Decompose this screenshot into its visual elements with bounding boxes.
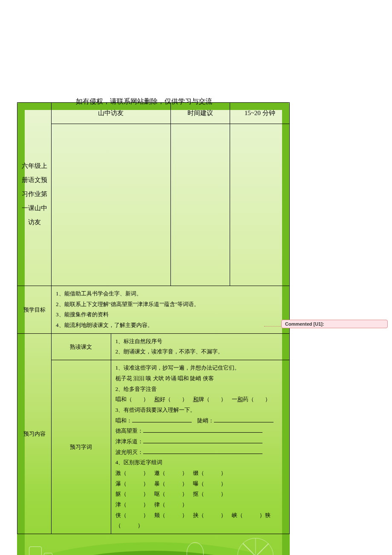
section-title: 4、区别形近字组词 bbox=[115, 457, 285, 468]
fill-blank[interactable] bbox=[143, 437, 262, 443]
definition-line: 津津乐道： bbox=[115, 436, 285, 447]
worksheet-table: 六年级上册语文预习作业第一课山中访友 山中访友 时间建议 15~20 分钟 预学… bbox=[17, 102, 290, 534]
definition-line: 唱和： 陡峭： bbox=[115, 416, 285, 426]
section-title: 1、读准这些字词，抄写一遍，并想办法记住它们。 bbox=[115, 363, 285, 373]
pair-row: 躯（ ） 呕（ ） 抠（ ） bbox=[115, 489, 285, 500]
section-title: 2、给多音字注音 bbox=[115, 384, 285, 395]
fill-blank[interactable] bbox=[143, 427, 262, 433]
ferris-wheel-icon bbox=[237, 538, 274, 555]
underlined-char: 和 bbox=[193, 396, 199, 402]
fill-blank[interactable] bbox=[143, 448, 262, 454]
definition-line: 波光明灭： bbox=[115, 447, 285, 458]
pair-row: 瀑（ ） 暴（ ） 曝（ ） bbox=[115, 479, 285, 489]
pair-row: 侠（ ） 颊（ ） 挟（ ） 峡（ ）狭（ ） bbox=[115, 510, 285, 531]
empty-cell bbox=[170, 124, 230, 286]
disclaimer-notice: 如有侵权，请联系网站删除，仅供学习与交流 bbox=[76, 97, 212, 106]
word-list: 栀子花 汩汩 嗅 犬吠 吟诵 唱和 陡峭 侠客 bbox=[115, 373, 285, 384]
table-row bbox=[17, 124, 290, 286]
goal-item: 3、能搜集作者的资料 bbox=[56, 309, 285, 320]
underlined-char: 和 bbox=[154, 396, 160, 402]
reading-item: 1、标注自然段序号 bbox=[115, 336, 285, 347]
pair-row: 激（ ） 邀（ ） 缀（ ） bbox=[115, 468, 285, 479]
words-label-cell: 预习字词 bbox=[52, 360, 111, 534]
goals-label-cell: 预学目标 bbox=[17, 286, 52, 334]
reading-item: 2、朗诵课文，读准字音，不添字、不漏字。 bbox=[115, 347, 285, 357]
reading-label-cell: 熟读课文 bbox=[52, 333, 111, 360]
goals-content-cell: 1、能借助工具书学会生字、新词。 2、能联系上下文理解"德高望重""津津乐道""… bbox=[52, 286, 290, 334]
section-title: 3、有些词语我要深入理解一下。 bbox=[115, 405, 285, 416]
pair-row: 津（ ） 律（ ） bbox=[115, 500, 285, 510]
title-cell: 六年级上册语文预习作业第一课山中访友 bbox=[17, 103, 52, 286]
document-page: 如有侵权，请联系网站删除，仅供学习与交流 .swf 六年级上册语文预习作业第一课… bbox=[17, 102, 290, 555]
comment-label: Commented [U1]: bbox=[285, 321, 324, 327]
polyphone-line: 唱和（ ） 和好（ ） 和牌（ ） 一和药（ ） bbox=[115, 394, 285, 405]
reading-row: 预习内容 熟读课文 1、标注自然段序号 2、朗诵课文，读准字音，不添字、不漏字。 bbox=[17, 333, 290, 360]
underlined-char: 和 bbox=[237, 396, 243, 402]
goal-item: 1、能借助工具书学会生字、新词。 bbox=[56, 289, 285, 299]
words-row: 预习字词 1、读准这些字词，抄写一遍，并想办法记住它们。 栀子花 汩汩 嗅 犬吠… bbox=[17, 360, 290, 534]
comment-balloon[interactable]: Commented [U1]: bbox=[281, 320, 388, 328]
fill-blank[interactable] bbox=[132, 416, 192, 422]
time-value-cell: 15~20 分钟 bbox=[230, 103, 290, 124]
words-content-cell: 1、读准这些字词，抄写一遍，并想办法记住它们。 栀子花 汩汩 嗅 犬吠 吟诵 唱… bbox=[111, 360, 289, 534]
main-table-wrap: 六年级上册语文预习作业第一课山中访友 山中访友 时间建议 15~20 分钟 预学… bbox=[17, 102, 290, 534]
reading-content-cell: 1、标注自然段序号 2、朗诵课文，读准字音，不添字、不漏字。 bbox=[111, 333, 289, 360]
goals-row: 预学目标 1、能借助工具书学会生字、新词。 2、能联系上下文理解"德高望重""津… bbox=[17, 286, 290, 334]
definition-line: 德高望重： bbox=[115, 426, 285, 436]
empty-cell bbox=[52, 124, 171, 286]
empty-cell bbox=[230, 124, 290, 286]
fill-blank[interactable] bbox=[214, 416, 274, 422]
preview-label-cell: 预习内容 bbox=[17, 333, 52, 534]
goal-item: 2、能联系上下文理解"德高望重""津津乐道""蕴含"等词语。 bbox=[56, 299, 285, 310]
comment-connector bbox=[264, 326, 281, 327]
goal-item: 4、能流利地朗读课文，了解主要内容。 bbox=[56, 320, 285, 331]
